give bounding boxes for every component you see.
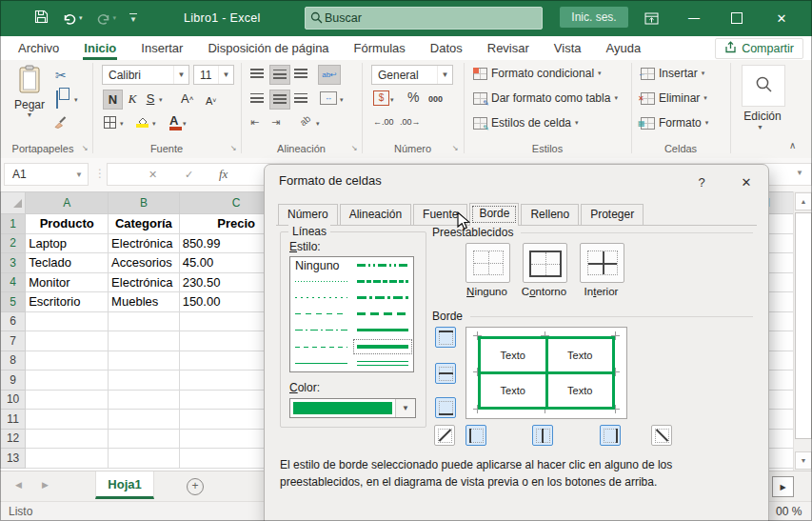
line-style-dash-slash[interactable] [352,273,414,290]
collapse-ribbon-icon[interactable]: ∧ [789,140,796,150]
row-header-12[interactable]: 12 [1,429,26,449]
line-style-dash[interactable] [290,306,352,322]
cell-B8[interactable] [109,351,180,371]
number-format-select[interactable]: General▼ [371,65,453,85]
scroll-down-icon[interactable]: ▼ [795,451,812,470]
line-style-none[interactable]: Ninguno [290,257,352,273]
line-style-solid-thin[interactable] [290,355,352,371]
eliminar-cells-button[interactable]: ✕Eliminar▾ [641,91,707,105]
preview-cell[interactable]: Texto [548,374,613,407]
underline-caret-icon[interactable]: ▾ [159,96,163,104]
redo-button[interactable]: ▾ [96,11,117,25]
sheet-tab-hoja1[interactable]: Hoja1 [95,471,154,499]
sign-in-button[interactable]: Inic. ses. [560,7,628,28]
align-right-icon[interactable] [294,93,307,104]
expand-formula-bar-icon[interactable]: ▼ [796,169,803,177]
scroll-up-icon[interactable]: ▲ [795,192,812,210]
cell-A6[interactable] [26,311,109,331]
border-color-select[interactable]: ▼ [289,398,416,418]
border-diagonal-up-button[interactable] [434,425,455,446]
font-color-caret-icon[interactable]: ▾ [183,120,187,128]
cell-A7[interactable] [26,331,109,351]
line-style-dot[interactable] [290,290,352,306]
border-bottom-button[interactable] [435,397,456,418]
cell-A3[interactable]: Teclado [26,253,109,273]
cell-A13[interactable] [26,449,109,469]
cell-B1[interactable]: Categoría [109,214,180,234]
column-header-a[interactable]: A [26,192,109,214]
tab-ayuda[interactable]: Ayuda [594,36,654,60]
cell-A9[interactable] [26,371,109,391]
tab-archivo[interactable]: Archivo [6,36,71,60]
dialog-close-button[interactable]: ✕ [736,172,757,191]
bold-button[interactable]: N [103,90,123,110]
cell-B13[interactable] [109,449,180,469]
tab-revisar[interactable]: Revisar [475,36,542,60]
row-header-10[interactable]: 10 [1,390,26,410]
share-button[interactable]: Compartir [715,38,803,59]
tab-f-rmulas[interactable]: Fórmulas [342,36,418,60]
tab-disposici-n-de-p-gina[interactable]: Disposición de página [195,36,341,60]
row-header-13[interactable]: 13 [1,449,26,469]
format-painter-icon[interactable] [54,114,69,132]
row-header-7[interactable]: 7 [1,331,26,351]
line-style-double[interactable] [352,355,414,371]
dialog-tab-fuente[interactable]: Fuente [413,204,467,225]
align-middle-icon[interactable] [269,65,290,85]
italic-button[interactable]: K [125,90,140,108]
line-style-solid-thick[interactable] [352,338,414,354]
minimize-button[interactable]: — [680,0,708,36]
decrease-indent-icon[interactable]: ⇤ [250,116,259,129]
font-name-select[interactable]: Calibri▼ [102,65,189,85]
tab-insertar[interactable]: Insertar [129,36,195,60]
close-button[interactable]: ✕ [767,0,796,36]
cell-A10[interactable] [26,390,109,410]
row-header-4[interactable]: 4 [1,272,26,292]
tab-inicio[interactable]: Inicio [71,36,129,60]
line-style-dot-fine[interactable] [290,273,352,290]
color-caret-icon[interactable]: ▼ [395,399,415,417]
estilos-de-celda-button[interactable]: ✎Estilos de celda▾ [473,116,579,130]
increase-decimal-icon[interactable]: ←.00 [373,117,394,127]
border-diagonal-down-button[interactable] [651,425,672,446]
cell-B3[interactable]: Accesorios [109,253,180,273]
number-dialog-launcher-icon[interactable]: ↘ [450,144,460,153]
decrease-decimal-icon[interactable]: .00→ [400,117,421,127]
formato-cells-button[interactable]: ▦Formato▾ [641,116,708,130]
cancel-entry-icon[interactable]: ✕ [149,169,157,181]
font-color-icon[interactable]: A [169,113,178,128]
font-dialog-launcher-icon[interactable]: ↘ [228,144,238,153]
align-center-icon[interactable] [269,90,290,110]
align-top-icon[interactable] [250,69,264,79]
cell-A11[interactable] [26,410,109,430]
border-horizontal-center-button[interactable] [435,363,456,384]
comma-style-button[interactable]: 000 [428,94,443,104]
preview-cell[interactable]: Texto [481,374,545,407]
cell-B2[interactable]: Electrónica [109,233,180,253]
border-vertical-center-button[interactable] [532,425,553,446]
border-left-button[interactable] [465,425,486,446]
preview-cell[interactable]: Texto [548,339,613,371]
borders-icon[interactable] [104,116,116,129]
font-size-select[interactable]: 11▼ [193,65,234,85]
sheet-prev-icon[interactable]: ◀ [15,480,22,490]
align-bottom-icon[interactable] [294,69,307,79]
alignment-dialog-launcher-icon[interactable]: ↘ [349,144,359,153]
insert-function-icon[interactable]: fx [219,167,228,182]
qat-customize-button[interactable]: ▼ [129,13,137,24]
formula-bar-divider[interactable]: ⋮ [94,167,106,180]
row-header-3[interactable]: 3 [1,253,26,273]
cell-A2[interactable]: Laptop [26,233,109,253]
border-top-button[interactable] [435,327,456,348]
cell-B5[interactable]: Muebles [109,292,180,312]
copy-caret-icon[interactable]: ▾ [74,96,78,104]
decrease-font-size-button[interactable]: A˅ [206,91,216,110]
cut-icon[interactable]: ✂ [55,68,67,83]
ribbon-display-options-button[interactable] [637,0,665,36]
row-header-8[interactable]: 8 [1,351,26,371]
underline-button[interactable]: S [143,90,158,108]
insertar-cells-button[interactable]: ←Insertar▾ [641,67,704,80]
paste-button[interactable]: Pegar ▼ [8,65,51,118]
cell-B11[interactable] [109,410,180,430]
column-header-b[interactable]: B [109,192,180,214]
